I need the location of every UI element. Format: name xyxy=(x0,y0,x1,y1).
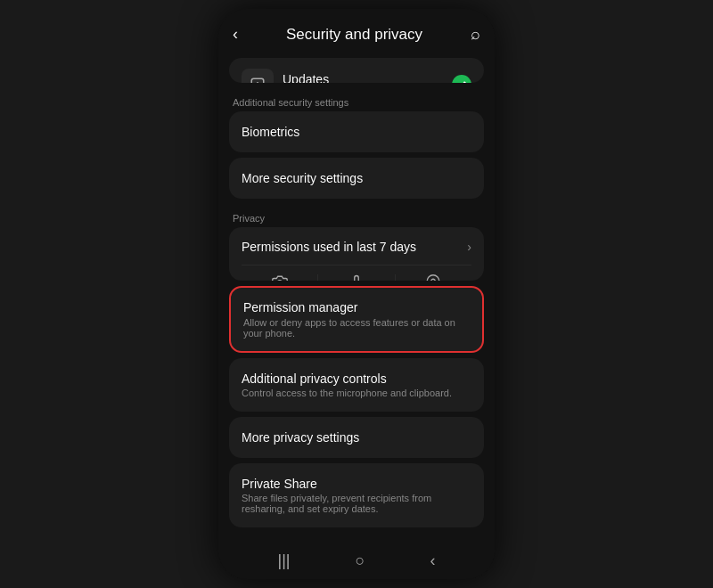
microphone-column: Microphone ● ● xyxy=(318,274,395,281)
back-nav-button[interactable]: ‹ xyxy=(430,551,435,570)
additional-privacy-item[interactable]: Additional privacy controls Control acce… xyxy=(229,358,484,412)
recent-apps-button[interactable]: ||| xyxy=(278,551,291,570)
page-title: Security and privacy xyxy=(286,26,422,44)
permissions-used-title: Permissions used in last 7 days xyxy=(242,240,416,254)
permissions-used-header[interactable]: Permissions used in last 7 days › xyxy=(229,227,484,263)
phone-frame: ‹ Security and privacy ⌕ Updates No xyxy=(218,9,495,579)
privacy-section-label: Privacy xyxy=(229,204,484,227)
chevron-right-icon: › xyxy=(467,240,471,254)
camera-column: Camera ● G G xyxy=(242,274,318,281)
permission-manager-item[interactable]: Permission manager Allow or deny apps to… xyxy=(229,286,484,353)
private-share-subtitle: Share files privately, prevent recipient… xyxy=(242,493,471,514)
additional-privacy-title: Additional privacy controls xyxy=(242,372,471,386)
updates-card[interactable]: Updates No recommended actions xyxy=(229,58,484,83)
svg-point-4 xyxy=(431,279,436,281)
more-privacy-item[interactable]: More privacy settings xyxy=(229,417,484,458)
back-button[interactable]: ‹ xyxy=(233,25,238,44)
scroll-area: Updates No recommended actions Additiona… xyxy=(218,53,495,542)
additional-privacy-subtitle: Control access to the microphone and cli… xyxy=(242,388,471,398)
permission-manager-title: Permission manager xyxy=(243,300,470,314)
permissions-columns: Camera ● G G xyxy=(242,265,471,281)
more-privacy-title: More privacy settings xyxy=(242,430,359,445)
more-security-item[interactable]: More security settings xyxy=(229,158,484,199)
updates-text: Updates No recommended actions xyxy=(283,72,452,84)
biometrics-item[interactable]: Biometrics xyxy=(229,111,484,152)
home-button[interactable]: ○ xyxy=(356,551,365,570)
updates-title: Updates xyxy=(283,72,452,84)
private-share-item[interactable]: Private Share Share files privately, pre… xyxy=(229,463,484,527)
permissions-used-card[interactable]: Permissions used in last 7 days › Camera xyxy=(229,227,484,281)
location-column: Location ● C f xyxy=(396,274,471,281)
nav-bar: ||| ○ ‹ xyxy=(218,542,495,579)
security-section-label: Additional security settings xyxy=(229,88,484,111)
private-share-title: Private Share xyxy=(242,477,471,491)
search-icon[interactable]: ⌕ xyxy=(471,25,480,44)
screen: ‹ Security and privacy ⌕ Updates No xyxy=(218,9,495,579)
svg-rect-2 xyxy=(355,276,359,281)
updates-icon xyxy=(242,69,274,83)
status-check-icon xyxy=(452,75,471,83)
permission-manager-subtitle: Allow or deny apps to access features or… xyxy=(243,317,470,339)
permissions-grid: Camera ● G G xyxy=(229,263,484,281)
header: ‹ Security and privacy ⌕ xyxy=(218,9,495,53)
